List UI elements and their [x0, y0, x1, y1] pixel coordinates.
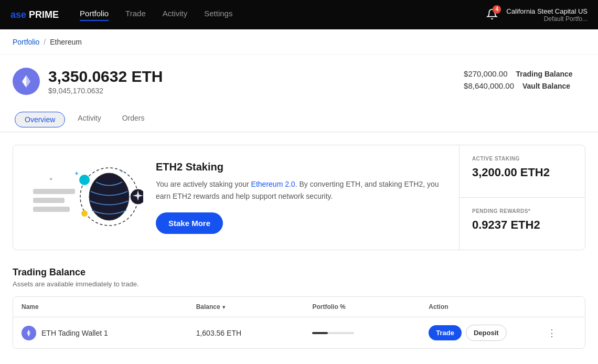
vault-balance-label: Vault Balance — [522, 82, 585, 90]
vault-balance-row: $8,640,000.00 Vault Balance — [464, 81, 585, 90]
nav-activity[interactable]: Activity — [163, 9, 188, 21]
th-name: Name — [22, 303, 196, 311]
account-name: California Steet Capital US — [506, 7, 588, 15]
staking-illustration: ✦ ✦ ✦ — [28, 160, 143, 235]
svg-text:✦: ✦ — [74, 170, 79, 177]
svg-rect-7 — [33, 198, 65, 203]
asset-icon-sm — [22, 326, 36, 340]
nav-settings[interactable]: Settings — [204, 9, 232, 21]
more-options-button[interactable]: ⋮ — [545, 325, 559, 341]
th-balance[interactable]: Balance ▾ — [196, 303, 313, 311]
active-staking-box: ACTIVE STAKING 3,200.00 ETH2 — [460, 145, 585, 198]
main-content: ✦ ✦ ✦ ETH2 Staking You are actively stak… — [0, 132, 598, 361]
svg-rect-6 — [33, 189, 75, 194]
sort-icon: ▾ — [222, 304, 225, 310]
active-staking-label: ACTIVE STAKING — [472, 156, 572, 162]
nav-trade[interactable]: Trade — [125, 9, 146, 21]
breadcrumb: Portfolio / Ethereum — [0, 29, 598, 55]
notification-badge: 4 — [493, 5, 501, 14]
brand-prefix: ase — [10, 9, 26, 20]
asset-left: 3,350.0632 ETH $9,045,170.0632 — [13, 68, 163, 95]
table-row: ETH Tading Wallet 1 1,603.56 ETH Trade D… — [13, 317, 585, 348]
wallet-name: ETH Tading Wallet 1 — [41, 329, 108, 337]
staking-text: ETH2 Staking You are actively staking yo… — [156, 161, 444, 234]
staking-description: You are actively staking your Ethereum 2… — [156, 178, 444, 202]
trade-button[interactable]: Trade — [429, 325, 462, 340]
asset-value: $9,045,170.0632 — [48, 87, 163, 95]
account-info: California Steet Capital US Default Port… — [506, 7, 588, 23]
pending-rewards-box: PENDING REWARDS* 0.9237 ETH2 — [460, 198, 585, 250]
th-portfolio: Portfolio % — [312, 303, 429, 311]
ethereum2-link[interactable]: Ethereum 2.0 — [251, 180, 295, 188]
staking-stats: ACTIVE STAKING 3,200.00 ETH2 PENDING REW… — [459, 145, 585, 250]
account-portfolio: Default Portfo... — [506, 15, 588, 23]
tab-activity[interactable]: Activity — [67, 108, 111, 132]
asset-name-cell: ETH Tading Wallet 1 — [22, 326, 196, 340]
svg-rect-8 — [33, 207, 70, 212]
staking-card: ✦ ✦ ✦ ETH2 Staking You are actively stak… — [13, 145, 585, 250]
trading-balance-section: Trading Balance Assets are available imm… — [13, 267, 585, 349]
stake-more-button[interactable]: Stake More — [156, 212, 223, 234]
pending-rewards-value: 0.9237 ETH2 — [472, 218, 572, 232]
breadcrumb-separator: / — [44, 38, 46, 46]
tab-overview[interactable]: Overview — [15, 112, 65, 127]
portfolio-pct-cell — [312, 332, 429, 334]
vault-balance-amount: $8,640,000.00 — [464, 81, 514, 90]
asset-info: 3,350.0632 ETH $9,045,170.0632 — [48, 68, 163, 95]
nav-links: Portfolio Trade Activity Settings — [80, 9, 486, 21]
brand-logo: ase PRIME — [10, 9, 59, 20]
trading-section-title: Trading Balance — [13, 267, 585, 278]
svg-point-9 — [89, 173, 129, 220]
staking-title: ETH2 Staking — [156, 161, 444, 173]
trading-balance-row: $270,000.00 Trading Balance — [464, 69, 585, 78]
trading-balance-amount: $270,000.00 — [464, 69, 507, 78]
asset-amount: 3,350.0632 ETH — [48, 68, 163, 85]
brand-suffix: PRIME — [26, 9, 59, 20]
tabs-bar: Overview Activity Orders — [0, 108, 598, 132]
nav-portfolio[interactable]: Portfolio — [80, 9, 109, 21]
table-header: Name Balance ▾ Portfolio % Action — [13, 297, 585, 317]
staking-left: ✦ ✦ ✦ ETH2 Staking You are actively stak… — [13, 145, 459, 250]
progress-bar-fill — [312, 332, 328, 334]
th-more — [545, 303, 576, 311]
svg-text:✦: ✦ — [120, 168, 124, 174]
wallet-balance: 1,603.56 ETH — [196, 329, 313, 337]
breadcrumb-current: Ethereum — [50, 38, 82, 46]
svg-point-12 — [79, 175, 90, 185]
pending-rewards-label: PENDING REWARDS* — [472, 208, 572, 214]
th-action: Action — [429, 303, 545, 311]
eth-logo — [13, 68, 40, 95]
top-navigation: ase PRIME Portfolio Trade Activity Setti… — [0, 0, 598, 29]
action-cell: Trade Deposit — [429, 325, 545, 341]
breadcrumb-parent[interactable]: Portfolio — [13, 38, 39, 46]
tab-orders[interactable]: Orders — [112, 108, 155, 132]
trading-table: Name Balance ▾ Portfolio % Action — [13, 296, 585, 349]
asset-header: 3,350.0632 ETH $9,045,170.0632 $270,000.… — [0, 55, 598, 99]
svg-text:✦: ✦ — [49, 176, 53, 182]
asset-balances: $270,000.00 Trading Balance $8,640,000.0… — [464, 69, 585, 93]
more-actions-cell: ⋮ — [545, 325, 576, 341]
nav-right: 4 California Steet Capital US Default Po… — [486, 7, 588, 23]
deposit-button[interactable]: Deposit — [466, 325, 507, 341]
staking-desc-pre: You are actively staking your — [156, 180, 251, 188]
trading-balance-label: Trading Balance — [516, 70, 579, 78]
trading-section-subtitle: Assets are available immediately to trad… — [13, 280, 585, 288]
notifications-bell[interactable]: 4 — [486, 8, 498, 22]
active-staking-value: 3,200.00 ETH2 — [472, 166, 572, 179]
progress-bar-bg — [312, 332, 354, 334]
svg-point-13 — [81, 210, 88, 217]
